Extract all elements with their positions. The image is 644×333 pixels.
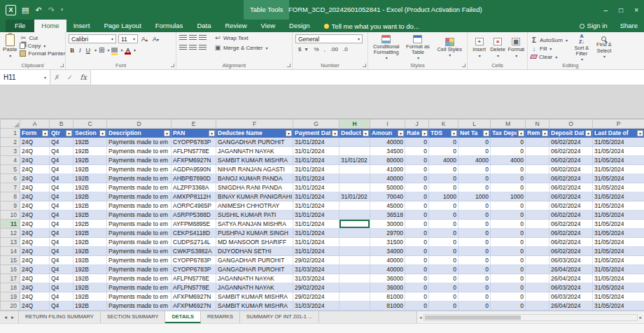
cell-L5[interactable]: 0 [458,165,491,174]
cell-J19[interactable]: 0 [405,292,429,302]
cell-L14[interactable]: 0 [458,247,491,256]
cell-H16[interactable] [340,265,370,274]
cell-O5[interactable]: 06/02/2024 [550,165,593,174]
cell-A3[interactable]: 24Q [20,147,50,156]
header-cell-F[interactable]: Deductee Name▾ [216,129,293,138]
filter-dropdown-icon[interactable]: ▾ [209,130,215,136]
cell-H5[interactable] [340,165,370,174]
cell-F2[interactable]: GANGADHAR PUROHIT [216,138,293,147]
cell-N7[interactable] [526,183,550,192]
column-header-E[interactable]: E [172,120,216,129]
cell-C6[interactable]: 192B [74,174,107,183]
dialog-launcher-icon[interactable] [171,64,174,67]
header-cell-O[interactable]: Deposit Dat▾ [550,129,593,138]
cell-I2[interactable]: 40000 [370,138,405,147]
cell-B14[interactable]: Q4 [50,247,74,256]
cell-K13[interactable]: 0 [429,238,458,247]
cell-O18[interactable]: 06/03/2024 [550,283,593,292]
cell-I7[interactable]: 50000 [370,183,405,192]
align-middle-icon[interactable] [189,35,197,41]
cell-E2[interactable]: CYOPP6783P [172,138,216,147]
font-size-select[interactable]: 11▾ [118,34,138,43]
cell-A20[interactable]: 24Q [20,302,50,311]
column-header-D[interactable]: D [107,120,172,129]
cell-J14[interactable]: 0 [405,247,429,256]
cell-K3[interactable]: 0 [429,147,458,156]
cell-G16[interactable]: 31/03/2024 [293,265,340,274]
cell-L11[interactable]: 0 [458,220,491,229]
tab-data[interactable]: Data [190,20,218,32]
cell-G4[interactable]: 31/01/2024 [293,156,340,165]
cell-N14[interactable] [526,247,550,256]
cell-C4[interactable]: 192B [74,156,107,165]
accounting-format-button[interactable]: $▾ [295,46,310,52]
cell-M5[interactable]: 0 [491,165,526,174]
cell-I17[interactable]: 36000 [370,274,405,283]
cell-J12[interactable]: 0 [405,229,429,238]
cell-H9[interactable] [340,201,370,211]
cell-N16[interactable] [526,265,550,274]
cell-A11[interactable]: 24Q [20,220,50,229]
cell-K2[interactable]: 0 [429,138,458,147]
increase-decimal-button[interactable]: .00 [329,46,340,52]
header-cell-N[interactable]: Rema▾ [526,129,550,138]
column-header-I[interactable]: I [370,120,405,129]
cell-O11[interactable]: 06/02/2024 [550,220,593,229]
cell-I19[interactable]: 81000 [370,292,405,302]
cell-C13[interactable]: 192B [74,238,107,247]
cell-C8[interactable]: 192B [74,192,107,201]
cell-N10[interactable] [526,211,550,220]
cell-B17[interactable]: Q4 [50,274,74,283]
row-header-1[interactable]: 1 [1,129,20,138]
cell-O12[interactable]: 06/02/2024 [550,229,593,238]
cell-B19[interactable]: Q4 [50,292,74,302]
cell-N9[interactable] [526,201,550,211]
scroll-left-icon[interactable]: ◂ [419,315,422,320]
cell-M6[interactable]: 0 [491,174,526,183]
cell-M13[interactable]: 0 [491,238,526,247]
cell-I8[interactable]: 70040 [370,192,405,201]
cell-P17[interactable]: 31/05/2024 [593,274,644,283]
cell-I3[interactable]: 34500 [370,147,405,156]
cell-F12[interactable]: PUSHPAJ KUMAR SINGH [216,229,293,238]
cell-P3[interactable]: 31/05/2024 [593,147,644,156]
cell-O9[interactable]: 06/02/2024 [550,201,593,211]
tell-me-box[interactable]: Tell me what you want to do... [324,20,419,32]
cell-N15[interactable] [526,256,550,265]
cell-P10[interactable]: 31/05/2024 [593,211,644,220]
cell-O4[interactable]: 06/02/2024 [550,156,593,165]
cell-I10[interactable]: 36518 [370,211,405,220]
underline-button[interactable]: U [85,47,92,54]
cell-C12[interactable]: 192B [74,229,107,238]
cell-O2[interactable]: 06/02/2024 [550,138,593,147]
cell-F5[interactable]: NIHAR RANJAN AGASTI [216,165,293,174]
cell-H11[interactable] [340,220,370,229]
tab-page-layout[interactable]: Page Layout [97,20,148,32]
column-header-P[interactable]: P [593,120,644,129]
cell-P5[interactable]: 31/05/2024 [593,165,644,174]
conditional-formatting-button[interactable]: Conditional Formatting ▾ [371,35,401,61]
header-cell-C[interactable]: Section▾ [74,129,107,138]
cell-P11[interactable]: 31/05/2024 [593,220,644,229]
header-cell-M[interactable]: Tax Depos▾ [491,129,526,138]
decrease-decimal-button[interactable]: .0 [342,46,349,52]
scrollbar-thumb[interactable] [425,316,521,320]
column-header-C[interactable]: C [74,120,107,129]
cell-D8[interactable]: Payments made to em [107,192,172,201]
cell-H18[interactable] [340,283,370,292]
header-cell-P[interactable]: Last Date of▾ [593,129,644,138]
cell-A7[interactable]: 24Q [20,183,50,192]
number-format-select[interactable]: General▾ [295,34,363,43]
cell-L8[interactable]: 1000 [458,192,491,201]
maximize-icon[interactable]: □ [619,6,623,14]
cell-B5[interactable]: Q4 [50,165,74,174]
cell-E5[interactable]: AGDPA9590N [172,165,216,174]
row-header-7[interactable]: 7 [1,183,20,192]
cell-N18[interactable] [526,283,550,292]
cell-A17[interactable]: 24Q [20,274,50,283]
cell-F4[interactable]: SAMBIT KUMAR MISHRA [216,156,293,165]
header-cell-D[interactable]: Description▾ [107,129,172,138]
cell-D2[interactable]: Payments made to em [107,138,172,147]
cell-G2[interactable]: 31/01/2024 [293,138,340,147]
cell-D3[interactable]: Payments made to em [107,147,172,156]
